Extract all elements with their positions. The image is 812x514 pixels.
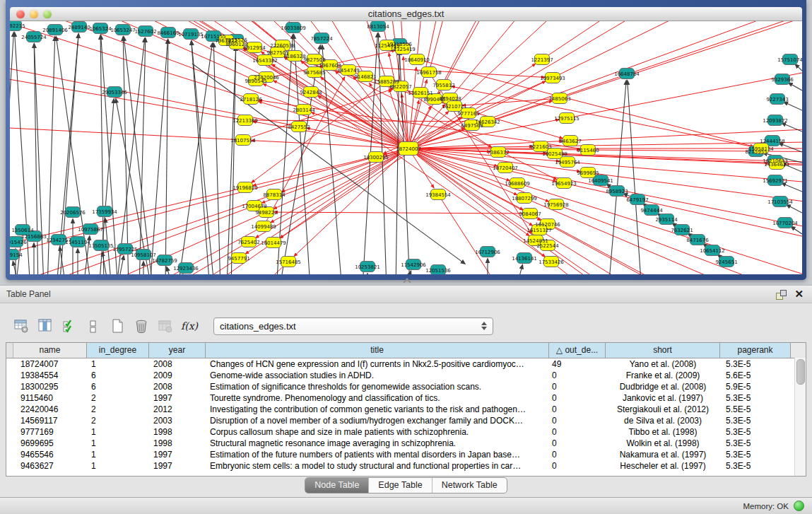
svg-text:14364623: 14364623	[764, 162, 789, 168]
table-row[interactable]: 1938455462009Genome-wide association stu…	[6, 370, 806, 381]
close-panel-icon[interactable]: ✕	[794, 289, 804, 299]
table-panel-titlebar[interactable]: Table Panel ✕	[0, 285, 812, 303]
tab-network-table[interactable]: Network Table	[432, 478, 507, 493]
window-titlebar[interactable]: citations_edges.txt	[10, 7, 802, 21]
table-cell: Corpus callosum shape and size in male p…	[206, 426, 549, 438]
table-row[interactable]: 946362711997Embryonic stem cells: a mode…	[6, 460, 806, 472]
table-cell: 9463627	[13, 460, 87, 472]
svg-text:14626342: 14626342	[475, 119, 500, 125]
table-cell: 2008	[149, 381, 206, 392]
scrollbar-thumb[interactable]	[796, 359, 805, 385]
citation-network-graph[interactable]: 2492215240557242089140624891401065324106…	[10, 21, 802, 274]
svg-text:9084067: 9084067	[519, 211, 541, 217]
table-cell: Estimation of the future numbers of pati…	[206, 449, 549, 460]
table-row[interactable]: 2242004622012Investigating the contribut…	[6, 404, 806, 415]
delete-table-icon[interactable]	[155, 316, 175, 336]
new-table-icon[interactable]	[107, 316, 127, 336]
table-row[interactable]: 946554611997Estimation of the future num…	[6, 449, 806, 460]
svg-text:9498222: 9498222	[255, 210, 277, 216]
network-view-canvas[interactable]: 2492215240557242089140624891401065324106…	[10, 21, 802, 274]
delete-entries-icon[interactable]	[131, 316, 151, 336]
svg-text:6479197: 6479197	[626, 197, 648, 203]
table-cell: Dudbridge et al. (2008)	[606, 381, 720, 392]
svg-text:2319154: 2319154	[10, 252, 23, 258]
svg-text:16712906: 16712906	[475, 250, 500, 255]
table-row[interactable]: 969969511998Structural magnetic resonanc…	[6, 438, 806, 449]
table-cell: 9115460	[13, 392, 87, 404]
column-header-year[interactable]: year	[149, 343, 206, 358]
table-cell: Jankovic et al. (1997)	[606, 392, 720, 404]
table-cell: 1997	[149, 449, 206, 460]
svg-text:9699695: 9699695	[577, 170, 599, 176]
clear-selection-icon[interactable]	[83, 316, 103, 336]
select-all-icon[interactable]	[59, 316, 79, 336]
table-cell: 1	[87, 358, 149, 370]
collapse-panel-handle[interactable]	[401, 279, 411, 284]
table-cell: 9465546	[13, 449, 87, 460]
table-selector-dropdown[interactable]: citations_edges.txt	[213, 317, 493, 335]
svg-text:20206576: 20206576	[60, 210, 86, 216]
table-cell: 1	[87, 449, 149, 460]
table-cell: 2008	[149, 358, 206, 370]
svg-text:2489140: 2489140	[68, 25, 90, 30]
table-row[interactable]: 1456911722003Disruption of a novel membe…	[6, 415, 806, 426]
close-window-button[interactable]	[16, 10, 25, 18]
tab-node-table[interactable]: Node Table	[305, 478, 368, 493]
table-cell: Wolkin et al. (1998)	[606, 438, 720, 449]
minimize-window-button[interactable]	[30, 10, 38, 18]
table-cell: 49	[549, 358, 606, 370]
float-panel-icon[interactable]	[776, 290, 786, 299]
function-builder-icon[interactable]: f(x)	[180, 316, 199, 336]
svg-text:1350614: 1350614	[11, 228, 34, 233]
table-vertical-scrollbar[interactable]	[794, 358, 806, 476]
memory-status-label: Memory: OK	[743, 502, 789, 510]
table-cell: Hescheler et al. (1997)	[606, 460, 720, 472]
svg-text:9463627: 9463627	[559, 139, 581, 144]
table-row[interactable]: 977716911998Corpus callosum shape and si…	[6, 426, 806, 438]
svg-text:8466160: 8466160	[157, 30, 179, 36]
svg-text:8471676: 8471676	[686, 238, 709, 243]
table-cell: Yano et al. (2008)	[606, 358, 720, 370]
column-header-title[interactable]: title	[206, 343, 549, 358]
svg-text:9474444: 9474444	[640, 208, 663, 214]
svg-text:18300295: 18300295	[363, 155, 389, 160]
table-cell: 2	[87, 404, 149, 415]
svg-text:1065324: 1065324	[89, 26, 112, 32]
svg-text:16648784: 16648784	[614, 71, 640, 77]
table-cell: Tibbo et al. (1998)	[606, 426, 720, 438]
table-settings-icon[interactable]	[11, 316, 31, 336]
table-cell: 6	[87, 370, 149, 381]
svg-text:17103554: 17103554	[767, 199, 793, 205]
memory-status-indicator[interactable]	[794, 501, 804, 511]
svg-text:13626151: 13626151	[408, 90, 433, 96]
svg-text:19756928: 19756928	[543, 202, 569, 208]
table-row[interactable]: 911546021997Tourette syndrome. Phenomeno…	[6, 392, 806, 404]
column-header-short[interactable]: short	[606, 343, 720, 358]
table-cell: 0	[549, 404, 606, 415]
zoom-window-button[interactable]	[43, 10, 52, 18]
table-cell: Structural magnetic resonance image aver…	[206, 438, 549, 449]
column-header-in_degree[interactable]: in_degree	[87, 343, 149, 358]
column-header-pagerank[interactable]: pagerank	[720, 343, 791, 358]
column-header-name[interactable]: name	[13, 343, 87, 358]
window-title: citations_edges.txt	[10, 7, 802, 21]
svg-text:15958134: 15958134	[748, 146, 774, 152]
tab-edge-table[interactable]: Edge Table	[368, 478, 431, 493]
svg-text:9777169: 9777169	[457, 111, 479, 117]
svg-text:22260538: 22260538	[270, 43, 295, 49]
svg-text:2718126: 2718126	[240, 97, 262, 103]
svg-text:12051536: 12051536	[425, 268, 451, 274]
show-columns-icon[interactable]	[35, 316, 55, 336]
svg-text:19384554: 19384554	[425, 192, 451, 198]
svg-text:8813054: 8813054	[367, 24, 389, 30]
svg-text:14136141: 14136141	[512, 256, 537, 262]
column-header-out_de[interactable]: △ out_de...	[549, 343, 606, 358]
table-row[interactable]: 1830029562008Estimation of significance …	[6, 381, 806, 392]
svg-text:10719135: 10719135	[178, 32, 204, 37]
svg-text:11542906: 11542906	[401, 262, 426, 268]
table-cell: Stergiakouli et al. (2012)	[606, 404, 720, 415]
table-cell: 1	[87, 438, 149, 449]
table-row[interactable]: 1872400712008Changes of HCN gene express…	[6, 358, 806, 370]
svg-text:18720407: 18720407	[493, 165, 518, 171]
table-cell: 0	[549, 370, 606, 381]
